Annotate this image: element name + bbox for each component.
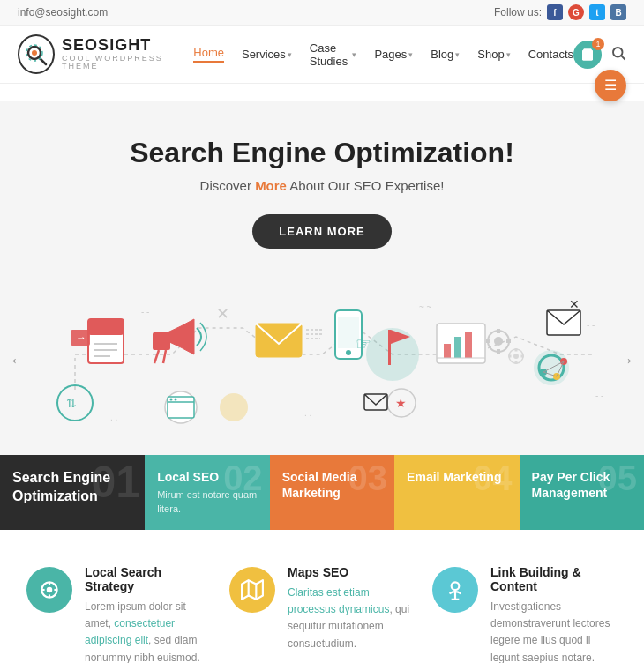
svg-rect-37 (506, 339, 511, 343)
svg-rect-36 (497, 349, 500, 354)
tab-seo[interactable]: 01 Search Engine Optimization (0, 455, 145, 530)
svg-line-16 (163, 350, 166, 363)
email-text: info@seosight.com (18, 6, 108, 19)
svg-point-5 (613, 48, 623, 57)
nav-blog[interactable]: Blog ▾ (431, 48, 460, 61)
svg-marker-79 (242, 580, 263, 600)
service-info-maps-seo: Maps SEO Claritas est etiam processus dy… (288, 565, 415, 663)
svg-point-62 (220, 393, 248, 421)
services-tabs: 01 Search Engine Optimization 02 Local S… (0, 455, 644, 530)
svg-rect-41 (515, 348, 518, 352)
service-info-link-building: Link Building & Content Investigationes … (490, 565, 618, 663)
svg-text:⇅: ⇅ (66, 396, 77, 410)
services-grid: Local Search Strategy Lorem ipsum dolor … (26, 565, 618, 663)
googleplus-icon[interactable]: G (568, 4, 584, 20)
svg-text:~ ~: ~ ~ (419, 302, 432, 312)
svg-text:✕: ✕ (569, 297, 580, 311)
svg-rect-31 (465, 332, 472, 358)
logo-title: SEOSIGHT (62, 37, 193, 55)
svg-text:- -: - - (587, 320, 595, 330)
top-bar: info@seosight.com Follow us: f G t B (0, 0, 644, 26)
menu-circle-button[interactable]: ☰ (595, 70, 626, 101)
vk-icon[interactable]: B (610, 4, 626, 20)
nav-pages[interactable]: Pages ▾ (374, 48, 413, 61)
service-info-local-search: Local Search Strategy Lorem ipsum dolor … (85, 565, 212, 663)
search-button[interactable] (610, 45, 626, 64)
svg-line-15 (154, 350, 159, 363)
svg-point-34 (494, 337, 503, 346)
svg-point-60 (170, 399, 173, 401)
service-icon-maps-seo (229, 567, 275, 613)
svg-text:→: → (76, 332, 86, 344)
service-desc-link-building: Investigationes demonstraverunt lectores… (490, 599, 618, 663)
nav-home[interactable]: Home (193, 46, 224, 63)
svg-text:. .: . . (110, 413, 117, 422)
tab-num-3: 03 (348, 458, 388, 498)
svg-text:- -: - - (595, 391, 603, 400)
nav-services[interactable]: Services ▾ (242, 48, 292, 61)
cart-badge: 1 (592, 38, 604, 50)
svg-rect-30 (454, 337, 461, 358)
tab-num-2: 02 (223, 458, 263, 498)
logo-icon (18, 34, 55, 74)
svg-point-1 (32, 50, 37, 56)
tab-num-5: 05 (598, 458, 638, 498)
hero-title: Search Engine Optimization! (18, 137, 626, 169)
svg-rect-14 (153, 332, 170, 350)
svg-text:✕: ✕ (216, 305, 229, 323)
hero-illustration: ← → (0, 266, 644, 455)
social-icons: Follow us: f G t B (494, 4, 626, 20)
svg-rect-29 (444, 344, 451, 358)
svg-point-74 (47, 587, 53, 593)
services-section: Local Search Strategy Lorem ipsum dolor … (0, 530, 644, 663)
svg-rect-44 (508, 355, 512, 358)
tab-ppc[interactable]: 05 Pay Per Click Management (520, 455, 644, 530)
svg-point-23 (346, 350, 351, 355)
twitter-icon[interactable]: t (589, 4, 605, 20)
service-title-maps-seo: Maps SEO (288, 565, 415, 579)
svg-text:. .: . . (304, 408, 311, 418)
svg-rect-42 (515, 361, 518, 365)
tab-local-seo[interactable]: 02 Local SEO Mirum est notare quam liter… (145, 455, 269, 530)
svg-rect-35 (497, 329, 500, 333)
service-icon-local-search (26, 567, 72, 613)
svg-rect-26 (388, 330, 391, 365)
service-icon-link-building (432, 567, 478, 613)
svg-point-61 (175, 399, 177, 401)
slider-next-button[interactable]: → (616, 349, 635, 372)
hamburger-icon: ☰ (604, 78, 617, 93)
nav-shop[interactable]: Shop ▾ (477, 48, 510, 61)
tab-num-1: 01 (92, 457, 141, 508)
tab-num-4: 04 (473, 458, 513, 498)
slider-prev-button[interactable]: ← (9, 349, 28, 372)
service-link-building: Link Building & Content Investigationes … (432, 565, 618, 663)
nav-icons: 1 (573, 41, 626, 69)
nav-case-studies[interactable]: Case Studies ▾ (310, 41, 357, 68)
tab-email[interactable]: 04 Email Marketing (394, 455, 519, 530)
svg-text:- -: - - (141, 307, 149, 317)
facebook-icon[interactable]: f (547, 4, 563, 20)
svg-text:★: ★ (395, 396, 407, 410)
service-title-local-search: Local Search Strategy (85, 565, 212, 593)
service-local-search: Local Search Strategy Lorem ipsum dolor … (26, 565, 212, 663)
svg-point-40 (513, 354, 519, 359)
service-title-link-building: Link Building & Content (490, 565, 618, 593)
hero-svg: → ☞ (22, 284, 622, 446)
nav-contacts[interactable]: Contacts (528, 48, 573, 61)
svg-rect-43 (521, 355, 525, 358)
menu-circle-wrap: ☰ (0, 70, 644, 101)
cart-button[interactable]: 1 (573, 41, 602, 69)
svg-rect-8 (88, 319, 124, 335)
learn-more-button[interactable]: LEARN MORE (252, 214, 391, 249)
tab-social[interactable]: 03 Social Media Marketing (270, 455, 394, 530)
hero-section: Search Engine Optimization! Discover Mor… (0, 101, 644, 266)
svg-point-82 (452, 582, 460, 590)
logo: SEOSIGHT Cool WordPress Theme (18, 34, 193, 74)
service-maps-seo: Maps SEO Claritas est etiam processus dy… (229, 565, 415, 663)
service-desc-maps-seo: Claritas est etiam processus dynamicus, … (288, 585, 415, 652)
svg-line-6 (621, 56, 625, 59)
follow-label: Follow us: (494, 6, 542, 19)
service-desc-local-search: Lorem ipsum dolor sit amet, consectetuer… (85, 599, 212, 663)
svg-rect-38 (486, 339, 490, 343)
main-nav: Home Services ▾ Case Studies ▾ Pages ▾ B… (193, 41, 573, 68)
